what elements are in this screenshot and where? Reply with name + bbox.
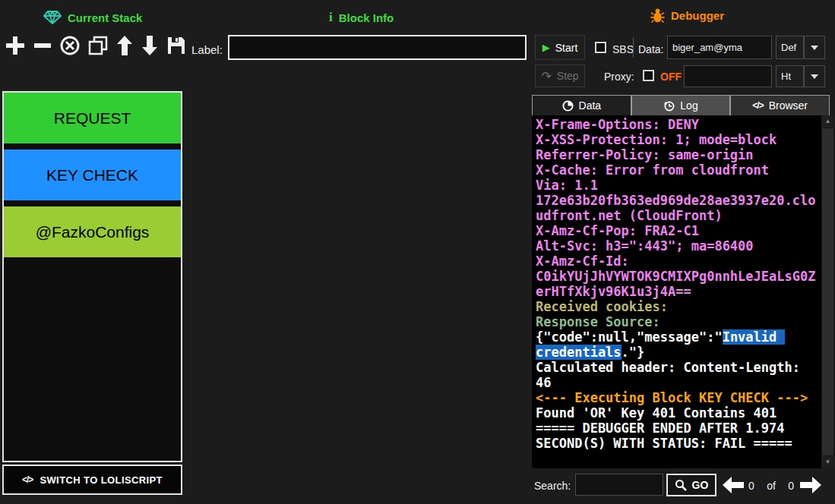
stack-block[interactable]: REQUEST [4,93,181,143]
log-line: Referrer-Policy: same-origin [536,147,818,162]
proxy-status: OFF [660,71,682,83]
stack-panel: REQUESTKEY CHECK@FazkoConfigs [2,91,182,462]
debugger-header: Debugger [650,8,724,23]
log-scrollbar[interactable]: ▲ ▼ [821,115,834,468]
move-down-button[interactable] [141,35,159,56]
openbullet-stacker-window: Current Stack i Block Info Debugger Labe… [0,0,835,504]
stack-block-label: KEY CHECK [46,166,138,184]
previous-result-button[interactable] [722,476,745,494]
add-block-button[interactable] [5,35,26,56]
sbs-label: SBS [612,43,634,55]
clone-block-button[interactable] [87,35,109,56]
chevron-down-icon [811,46,818,50]
info-icon: i [329,10,333,25]
proxy-type-value: Ht [781,71,791,82]
result-of: of [767,480,776,492]
arrow-down-icon [141,35,159,56]
log-output[interactable]: X-Frame-Options: DENYX-XSS-Protection: 1… [532,115,821,468]
remove-block-button[interactable] [33,35,52,56]
log-line: X-Cache: Error from cloudfront [536,162,818,178]
wordlist-type-dropdown-button[interactable] [804,36,825,59]
stack-block[interactable]: @FazkoConfigs [4,206,181,257]
switch-to-loliscript-button[interactable]: </> SWITCH TO LOLISCRIPT [2,465,182,495]
divider [633,37,634,58]
start-button[interactable]: ▶ Start [535,35,585,60]
arrow-left-icon [722,476,745,494]
next-result-button[interactable] [799,476,822,494]
log-line: Found 'OR' Key 401 Contains 401 [536,405,818,421]
log-line: Via: 1.1 172e63b20fb363ed969de28ae3937e2… [536,178,818,223]
stack-list: REQUESTKEY CHECK@FazkoConfigs [4,93,181,257]
play-icon: ▶ [542,42,550,53]
tab-log[interactable]: Log [631,95,731,115]
arrow-up-icon [115,35,134,56]
start-button-label: Start [555,42,578,54]
block-label-input[interactable] [228,35,527,60]
result-total: 0 [788,480,794,492]
switch-button-label: SWITCH TO LOLISCRIPT [40,474,163,486]
proxy-label: Proxy: [604,71,634,83]
wordlist-type-select[interactable]: Def [776,36,804,59]
log-line: X-Frame-Options: DENY [536,117,818,132]
code-icon: </> [752,100,763,111]
scrollbar-thumb[interactable] [822,128,833,455]
clone-icon [87,35,109,56]
log-line: ===== DEBUGGER ENDED AFTER 1.974 SECOND(… [536,421,818,451]
save-config-button[interactable] [166,35,187,56]
bug-icon [650,8,665,23]
wordlist-type-value: Def [781,42,796,53]
proxy-checkbox[interactable] [643,70,654,81]
log-line: Calculated header: Content-Length: 46 [536,360,818,390]
stack-toolbar [5,35,187,56]
disable-block-button[interactable] [59,35,81,56]
result-current: 0 [748,480,754,492]
log-line: Alt-Svc: h3=":443"; ma=86400 [536,238,818,254]
log-line: X-XSS-Protection: 1; mode=block [536,132,818,147]
current-stack-title: Current Stack [68,11,142,24]
search-go-button[interactable]: GO [666,474,716,496]
tab-browser[interactable]: </> Browser [730,95,830,115]
tab-browser-label: Browser [769,99,808,112]
gem-icon [43,10,62,25]
log-line: X-Amz-Cf-Pop: FRA2-C1 [536,223,818,238]
tab-log-label: Log [680,99,697,112]
label-field-label: Label: [191,43,223,56]
arrow-right-icon [799,476,822,494]
proxy-type-select[interactable]: Ht [776,65,804,87]
search-result-counter: 0 of 0 [748,480,794,492]
circle-x-icon [59,35,81,56]
minus-icon [33,35,52,56]
tab-data-label: Data [579,99,602,112]
scroll-down-button[interactable]: ▼ [821,456,834,468]
scroll-up-button[interactable]: ▲ [821,115,834,128]
proxy-type-dropdown-button[interactable] [804,65,825,87]
log-line: X-Amz-Cf-Id: C0ikYUjJhVYWTOK9CMIXPg0nnhL… [536,254,818,299]
go-button-label: GO [692,479,709,491]
plus-icon [5,35,26,56]
log-line: {"code":null,"message":"Invalid credenti… [536,329,818,360]
step-button[interactable]: ↷ Step [535,65,585,87]
data-input[interactable] [667,36,772,59]
current-stack-header: Current Stack [43,10,142,25]
log-line: Response Source: [536,314,818,329]
move-up-button[interactable] [115,35,134,56]
sbs-checkbox[interactable] [595,42,606,53]
search-icon [675,479,687,491]
block-info-title: Block Info [339,11,394,24]
debugger-tabs: Data Log </> Browser [532,95,830,115]
stack-block-label: REQUEST [54,109,131,128]
search-label: Search: [534,480,571,492]
data-label: Data: [638,43,663,55]
proxy-input[interactable] [684,65,772,87]
tab-data[interactable]: Data [532,95,631,115]
chevron-down-icon [811,74,818,79]
save-icon [166,35,187,56]
log-line: Received cookies: [536,299,818,314]
debugger-title: Debugger [671,9,724,22]
pie-icon [562,100,574,112]
step-button-label: Step [557,70,579,82]
stack-block[interactable]: KEY CHECK [4,150,181,200]
code-icon: </> [22,474,33,485]
search-input[interactable] [575,474,663,496]
step-arrow-icon: ↷ [541,69,551,83]
